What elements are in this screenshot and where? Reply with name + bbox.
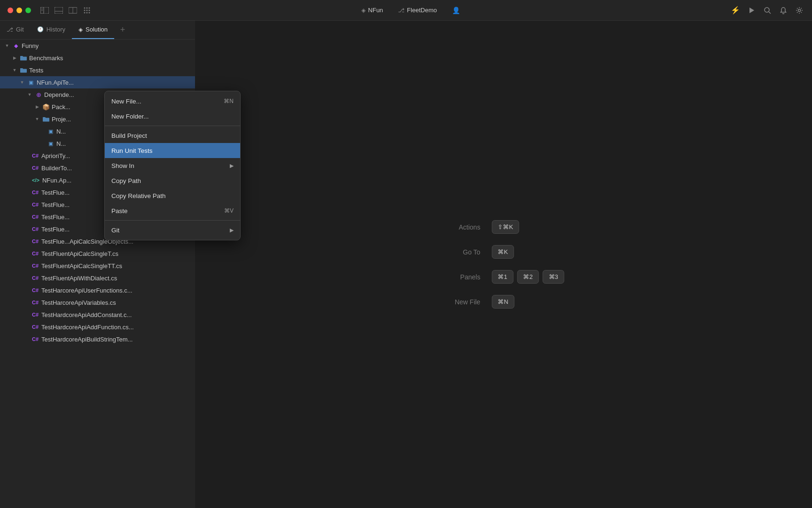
chevron-tests: ▼ <box>11 67 18 73</box>
tree-label-builderto: BuilderTo... <box>41 165 72 172</box>
split-panel-icon[interactable] <box>69 6 77 15</box>
file-icon-n1: ▣ <box>47 127 55 135</box>
chevron-funny: ▼ <box>4 42 10 49</box>
tree-label-tf2: TestFlue... <box>41 201 70 208</box>
shortcut-label-panels: Panels <box>443 273 480 281</box>
history-tab-label: History <box>47 26 65 33</box>
chevron-nfunap <box>26 177 30 183</box>
chevron-tf-calcsinglet <box>26 250 30 257</box>
play-icon[interactable] <box>746 5 757 16</box>
build-project-label: Build Project <box>111 132 147 139</box>
csproj-icon-nfun: ▣ <box>27 79 35 86</box>
folder-icon-tests <box>20 66 27 74</box>
settings-icon[interactable] <box>794 5 804 16</box>
tree-item-tf-withdialect[interactable]: C# TestFluentApiWithDialect.cs <box>0 272 195 284</box>
tree-item-nfun-apite[interactable]: ▼ ▣ NFun.ApiTe... <box>0 76 195 88</box>
tab-history[interactable]: 🕐 History <box>31 21 72 39</box>
svg-point-9 <box>86 7 88 8</box>
cs-badge-withdialect: C# <box>32 275 39 281</box>
chevron-tf1 <box>26 189 30 196</box>
kbd-group-newfile: ⌘N <box>492 295 514 309</box>
solution-tab-label: Solution <box>86 26 108 33</box>
tree-label-tests: Tests <box>29 67 43 74</box>
kbd-actions: ⇧⌘K <box>492 220 519 234</box>
git-label: Git <box>111 227 119 234</box>
menu-item-new-folder[interactable]: New Folder... <box>105 109 240 124</box>
close-button[interactable] <box>8 8 13 13</box>
tree-item-tf-calcsinglet[interactable]: C# TestFluentApiCalcSingleT.cs <box>0 247 195 260</box>
cs-badge-hardcore-addfunc: C# <box>32 324 39 330</box>
svg-marker-17 <box>750 8 754 13</box>
chevron-tf-withdialect <box>26 275 30 281</box>
menu-item-copy-path[interactable]: Copy Path <box>105 173 240 188</box>
sidebar-toggle-icon[interactable] <box>40 6 49 15</box>
project-name-button[interactable]: ◈ NFun <box>358 5 387 15</box>
chevron-n1 <box>41 128 45 135</box>
chevron-hardcore-vars <box>26 299 30 306</box>
menu-item-build-project[interactable]: Build Project <box>105 128 240 143</box>
chevron-tf2 <box>26 201 30 208</box>
shortcut-row-panels: Panels ⌘1 ⌘2 ⌘3 <box>443 270 564 284</box>
kbd-group-actions: ⇧⌘K <box>492 220 519 234</box>
chevron-hardcore-addconst <box>26 311 30 318</box>
tree-item-benchmarks[interactable]: ▶ Benchmarks <box>0 52 195 64</box>
grid-icon[interactable] <box>83 6 91 15</box>
tree-label-deps: Depende... <box>44 91 74 98</box>
menu-item-run-unit-tests[interactable]: Run Unit Tests <box>105 143 240 158</box>
kbd-panel-1: ⌘1 <box>492 270 513 284</box>
tree-label-hardcore-addfunc: TestHardcoreApiAddFunction.cs... <box>41 324 134 331</box>
shortcut-label-newfile: New File <box>443 298 480 306</box>
cs-badge-tf2: C# <box>32 202 39 207</box>
copy-path-label: Copy Path <box>111 177 141 184</box>
copy-relative-path-label: Copy Relative Path <box>111 192 166 199</box>
menu-item-new-file[interactable]: New File... ⌘N <box>105 94 240 109</box>
git-tab-icon: ⎇ <box>7 26 13 33</box>
svg-rect-4 <box>55 7 63 14</box>
git-arrow: ▶ <box>230 227 234 233</box>
menu-item-copy-relative-path[interactable]: Copy Relative Path <box>105 188 240 203</box>
shortcut-row-goto: Go To ⌘K <box>443 245 514 259</box>
new-file-shortcut: ⌘N <box>224 98 234 104</box>
cs-badge-calcsinglett: C# <box>32 263 39 269</box>
tree-item-tests[interactable]: ▼ Tests <box>0 64 195 76</box>
cs-badge-calcsinglet: C# <box>32 251 39 256</box>
menu-item-git[interactable]: Git ▶ <box>105 222 240 238</box>
tree-item-funny[interactable]: ▼ ◆ Funny <box>0 40 195 52</box>
run-unit-tests-label: Run Unit Tests <box>111 147 153 154</box>
tree-item-hardcore-userfuncs[interactable]: C# TestHarcoreApiUserFunctions.c... <box>0 284 195 296</box>
chevron-nfun-apite: ▼ <box>19 79 25 86</box>
kbd-group-goto: ⌘K <box>492 245 514 259</box>
lightning-icon[interactable]: ⚡ <box>730 5 741 16</box>
panel-toggle-icon[interactable] <box>55 6 63 15</box>
tree-item-tf-calcsinglett[interactable]: C# TestFluentApiCalcSingleTT.cs <box>0 260 195 272</box>
chevron-tf-calcsinglett <box>26 262 30 269</box>
tree-item-hardcore-addconst[interactable]: C# TestHardcoreApiAddConstant.c... <box>0 309 195 321</box>
paste-shortcut: ⌘V <box>224 207 234 214</box>
minimize-button[interactable] <box>16 8 22 13</box>
svg-point-10 <box>89 7 90 8</box>
menu-item-paste[interactable]: Paste ⌘V <box>105 203 240 218</box>
tree-label-tf1: TestFlue... <box>41 189 70 196</box>
tab-git[interactable]: ⎇ Git <box>0 21 31 39</box>
chevron-tf3 <box>26 214 30 220</box>
shortcut-label-actions: Actions <box>443 223 480 231</box>
project-name-label: NFun <box>368 7 383 14</box>
chevron-tf4 <box>26 226 30 232</box>
chevron-tf5 <box>26 238 30 245</box>
tab-solution[interactable]: ◈ Solution <box>72 21 114 39</box>
titlebar-right: ⚡ <box>730 5 804 16</box>
search-icon[interactable] <box>762 5 773 16</box>
chevron-packages: ▶ <box>34 103 40 110</box>
chevron-hardcore-buildstring <box>26 336 30 342</box>
maximize-button[interactable] <box>25 8 31 13</box>
add-tab-button[interactable]: + <box>115 21 130 39</box>
tree-item-hardcore-vars[interactable]: C# TestHarcoreApiVariables.cs <box>0 296 195 309</box>
tree-item-hardcore-addfunc[interactable]: C# TestHardcoreApiAddFunction.cs... <box>0 321 195 333</box>
cs-badge-hardcore-vars: C# <box>32 300 39 305</box>
tree-item-hardcore-buildstring[interactable]: C# TestHardcoreApiBuildStringTem... <box>0 333 195 345</box>
branch-name-label: FleetDemo <box>407 7 437 14</box>
menu-item-show-in[interactable]: Show In ▶ <box>105 158 240 173</box>
branch-button[interactable]: ⎇ FleetDemo <box>394 5 441 15</box>
add-profile-button[interactable]: 👤 <box>448 5 464 16</box>
bell-icon[interactable] <box>778 5 789 16</box>
